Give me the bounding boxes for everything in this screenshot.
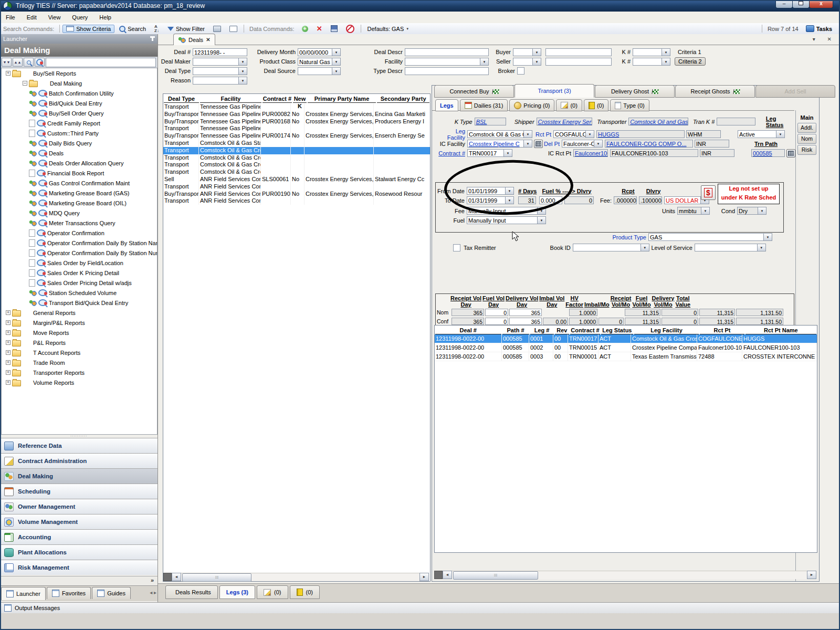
facility-input[interactable] xyxy=(405,58,480,66)
deal-number-input[interactable]: 12311998- - xyxy=(193,48,247,56)
tree-item[interactable]: +Move Reports xyxy=(2,328,157,338)
col-leg-status[interactable]: Leg Status xyxy=(601,327,633,334)
save-button[interactable] xyxy=(327,24,341,33)
to-date-input[interactable]: 01/31/1999 xyxy=(467,196,506,204)
transport-tab[interactable]: Delivery Ghost xyxy=(595,85,675,98)
deal-source-input[interactable] xyxy=(298,67,332,75)
expand-icon[interactable]: + xyxy=(6,350,10,355)
fee-method-dropdown[interactable]: ▼ xyxy=(538,207,546,215)
del-pt-input[interactable]: Faulconer-C( xyxy=(562,140,594,148)
tree-item[interactable]: Bid/Quick Deal Entry xyxy=(2,98,157,108)
col-rev[interactable]: Rev xyxy=(555,327,569,334)
side-tab[interactable]: Nom xyxy=(797,134,816,144)
delivery-month-input[interactable]: 00/00/0000 xyxy=(298,48,332,56)
tree-item[interactable]: −Deal Making xyxy=(2,78,157,88)
tabgroup-controls[interactable]: ▾ ✕ xyxy=(813,36,837,42)
product-type-input[interactable]: GAS xyxy=(648,233,764,241)
fuel-method-dropdown[interactable]: ▼ xyxy=(538,216,546,224)
trn-path-link[interactable]: 000585 xyxy=(753,150,772,156)
tree-item[interactable]: Marketing Grease Board (OIL) xyxy=(2,198,157,208)
deal-row[interactable]: Buy/TransporTennessee Gas PipelinePUR000… xyxy=(163,111,430,118)
show-filter-button[interactable]: Show Filter xyxy=(164,25,208,33)
book-id-dropdown[interactable]: ▼ xyxy=(641,244,649,251)
deal-maker-dropdown[interactable]: ▼ xyxy=(239,58,247,66)
tree-item[interactable]: MDQ Query xyxy=(2,208,157,218)
tree-item[interactable]: Deals Order Allocation Query xyxy=(2,158,157,168)
tree-item[interactable]: Operator Confirmation xyxy=(2,228,157,238)
trn-path-lookup-button[interactable] xyxy=(786,149,795,158)
expand-icon[interactable]: + xyxy=(6,71,10,76)
tax-remitter-checkbox[interactable] xyxy=(453,244,460,251)
col-contract[interactable]: Contract # xyxy=(570,327,600,334)
transport-tab[interactable]: Add Sell xyxy=(755,85,835,98)
legs-subtab[interactable]: Pricing (0) xyxy=(509,99,554,111)
shipper-value[interactable]: Crosstex Energy Servi... xyxy=(538,119,592,125)
tree-item[interactable]: +P&L Reports xyxy=(2,338,157,348)
cancel-changes-button[interactable] xyxy=(342,24,358,34)
del-pt-dropdown[interactable]: ▼ xyxy=(594,140,603,148)
menu-item[interactable]: Edit xyxy=(21,13,43,22)
contract-input[interactable]: TRN00017 xyxy=(467,149,504,157)
menu-item[interactable]: Help xyxy=(93,13,117,22)
find-button[interactable] xyxy=(24,58,34,67)
k-number2-dropdown[interactable]: ▼ xyxy=(662,58,670,66)
from-date-input[interactable]: 01/01/1999 xyxy=(467,187,506,195)
nav-item[interactable]: Volume Management xyxy=(0,514,158,529)
tree-item[interactable]: Buy/Sell Order Query xyxy=(2,108,157,118)
tree-item[interactable]: Operator Confirmation Daily By Station N… xyxy=(2,248,157,258)
k-number-input[interactable] xyxy=(633,48,662,56)
buyer-code-input[interactable] xyxy=(513,48,533,56)
col-deal-type[interactable]: Deal Type xyxy=(164,95,199,103)
transport-tab[interactable]: Transport (3) xyxy=(514,84,594,98)
ic-rct-pt-link[interactable]: Faulconer100-... xyxy=(575,150,608,156)
deal-row[interactable]: Buy/TransporTennessee Gas PipelinePUR001… xyxy=(163,132,430,140)
tree-item[interactable]: Marketing Grease Board (GAS) xyxy=(2,188,157,198)
tree-item[interactable]: Financial Book Report xyxy=(2,168,157,178)
tree-item[interactable]: Sales Order K Pricing Detail xyxy=(2,268,157,278)
buyer-dropdown[interactable]: ▼ xyxy=(533,48,541,56)
deal-row[interactable]: TransportComstock Oil & Gas Cros xyxy=(163,161,430,169)
product-class-dropdown[interactable]: ▼ xyxy=(332,58,341,66)
nav-item[interactable]: Owner Management xyxy=(0,499,158,514)
leg-facility-input[interactable]: Comstock Oil & Gas Cro xyxy=(467,130,524,138)
criteria2-button[interactable]: Criteria 2 xyxy=(675,57,706,66)
expand-all-button[interactable]: ▲▲ xyxy=(13,58,23,67)
tree-item[interactable]: Credit Family Report xyxy=(2,118,157,128)
deal-row[interactable]: TransportANR Field Services Com xyxy=(163,183,430,191)
delete-row-button[interactable]: ✕ xyxy=(313,24,326,34)
legs-subtab[interactable]: Type (0) xyxy=(610,99,649,111)
search-button[interactable]: Search xyxy=(116,25,150,33)
tree-item[interactable]: +Volume Reports xyxy=(2,377,157,387)
menu-item[interactable]: Query xyxy=(66,13,93,22)
sort-button[interactable]: AZ↓ xyxy=(151,24,163,34)
expand-icon[interactable]: + xyxy=(6,370,10,375)
ic-facility-lookup-button[interactable] xyxy=(534,140,543,148)
tree-item[interactable]: +T Account Reports xyxy=(2,348,157,358)
expand-icon[interactable]: + xyxy=(6,380,10,385)
menu-item[interactable]: File xyxy=(0,13,21,22)
nav-item[interactable]: Scheduling xyxy=(0,484,158,499)
deals-document-tab[interactable]: Deals ✕ xyxy=(173,34,215,45)
tree-item[interactable]: Transport Bid/Quick Deal Entry xyxy=(2,298,157,308)
expand-icon[interactable]: + xyxy=(6,360,10,365)
panel-tab[interactable]: Launcher xyxy=(1,587,46,600)
tree-item[interactable]: Station Scheduled Volume xyxy=(2,288,157,298)
col-rct-pt[interactable]: Rct Pt xyxy=(700,327,744,334)
ic-facility-dropdown[interactable]: ▼ xyxy=(524,140,532,148)
k-number2-input[interactable] xyxy=(633,58,662,66)
legs-subtab[interactable]: (0) xyxy=(584,99,608,111)
level-of-service-dropdown[interactable]: ▼ xyxy=(758,244,766,251)
deal-row[interactable]: TransportComstock Oil & Gas Cros xyxy=(163,154,430,162)
del-pt-name-link[interactable]: FAULCONER-COG COMP O... xyxy=(606,141,687,147)
legs-subtab[interactable]: Legs xyxy=(435,99,458,111)
col-secondary-party[interactable]: Secondary Party xyxy=(377,95,429,103)
print-preview-button[interactable] xyxy=(226,25,241,33)
panel-splitter[interactable]: .......... xyxy=(0,434,158,438)
deal-source-dropdown[interactable]: ▼ xyxy=(332,67,341,75)
close-tab-icon[interactable]: ✕ xyxy=(206,37,210,43)
cond-input[interactable]: Dry xyxy=(737,207,758,215)
expand-icon[interactable]: − xyxy=(23,81,27,86)
tree-item[interactable]: +Buy/Sell Reports xyxy=(2,68,157,78)
units-dropdown[interactable]: ▼ xyxy=(701,207,710,215)
reason-dropdown[interactable]: ▼ xyxy=(239,77,247,85)
